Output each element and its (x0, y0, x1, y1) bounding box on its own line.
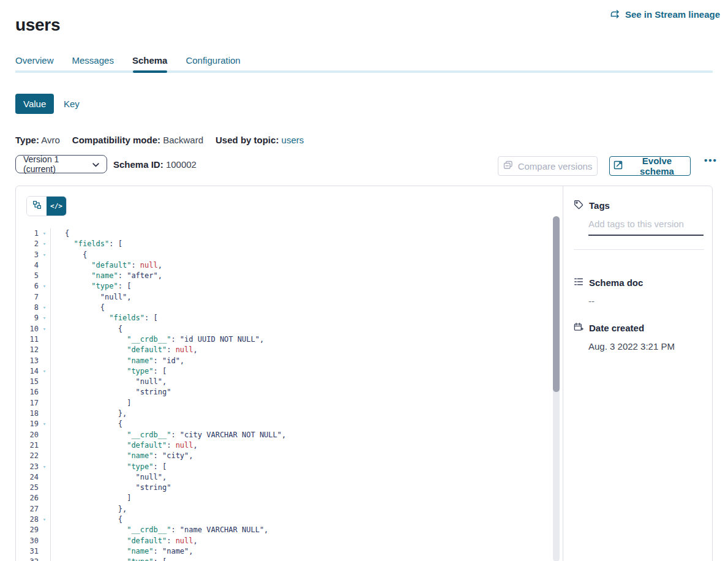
used-by-topic-field: Used by topic: users (216, 135, 304, 145)
code-line-text: "string" (51, 387, 171, 397)
editor-scrollbar-track[interactable] (553, 216, 560, 561)
code-line-text: { (51, 514, 122, 525)
fold-arrow-icon[interactable]: ▾ (39, 366, 51, 377)
line-number: 21 (17, 440, 39, 451)
code-line: 1▾{ (17, 228, 543, 239)
see-in-stream-lineage-link[interactable]: See in Stream lineage (610, 9, 720, 20)
used-by-topic-label: Used by topic: (216, 135, 279, 145)
line-number: 29 (17, 525, 39, 535)
type-value: Avro (41, 135, 60, 145)
version-dropdown[interactable]: Version 1 (current) (15, 155, 107, 173)
fold-arrow-icon[interactable]: ▾ (39, 239, 51, 249)
code-line-text: "name": "city", (51, 451, 193, 461)
fold-spacer (39, 536, 51, 546)
line-number: 13 (17, 356, 39, 366)
fold-arrow-icon[interactable]: ▾ (39, 228, 51, 239)
tags-heading: Tags (589, 200, 610, 211)
schema-id-field: Schema ID: 100002 (113, 159, 197, 170)
code-line: 20 "__crdb__": "city VARCHAR NOT NULL", (17, 430, 543, 440)
compatibility-value: Backward (163, 135, 203, 145)
more-actions-button[interactable]: ••• (700, 154, 721, 166)
fold-spacer (39, 472, 51, 483)
code-line: 31 "name": "name", (17, 546, 543, 557)
tags-input[interactable] (588, 219, 704, 236)
fold-arrow-icon[interactable]: ▾ (39, 281, 51, 292)
code-line-text: "name": "after", (51, 271, 162, 281)
fold-spacer (39, 398, 51, 409)
code-line: 32▾ "type": [ (17, 557, 543, 561)
topic-link[interactable]: users (282, 135, 304, 145)
code-line: 22 "name": "city", (17, 451, 543, 461)
tab-overview[interactable]: Overview (15, 55, 54, 66)
fold-arrow-icon[interactable]: ▾ (39, 313, 51, 323)
line-number: 16 (17, 387, 39, 397)
view-mode-toggle: </> (26, 196, 67, 216)
code-line-text: "type": [ (51, 366, 167, 377)
fold-arrow-icon[interactable]: ▾ (39, 324, 51, 334)
code-line: 9▾ "fields": [ (17, 313, 543, 323)
value-toggle-button[interactable]: Value (15, 94, 54, 114)
line-number: 15 (17, 377, 39, 387)
editor-scrollbar-thumb[interactable] (553, 216, 560, 392)
line-number: 24 (17, 472, 39, 483)
line-number: 22 (17, 451, 39, 461)
code-line-text: "type": [ (51, 462, 167, 472)
type-label: Type: (15, 135, 39, 145)
fold-spacer (39, 504, 51, 514)
tree-view-button[interactable] (27, 197, 47, 216)
code-line: 24 "null", (17, 472, 543, 483)
fold-spacer (39, 334, 51, 345)
code-line: 2▾ "fields": [ (17, 239, 543, 249)
code-line: 17 ] (17, 398, 543, 409)
line-number: 28 (17, 514, 39, 525)
tab-bar: Overview Messages Schema Configuration (15, 55, 241, 66)
line-number: 18 (17, 409, 39, 419)
fold-arrow-icon[interactable]: ▾ (39, 557, 51, 561)
line-number: 20 (17, 430, 39, 440)
edit-icon (614, 160, 623, 171)
fold-arrow-icon[interactable]: ▾ (39, 303, 51, 313)
code-line-text: "default": null, (51, 440, 198, 451)
tags-heading-row: Tags (574, 200, 704, 211)
code-line: 11 "__crdb__": "id UUID NOT NULL", (17, 334, 543, 345)
compare-versions-button[interactable]: Compare versions (498, 156, 598, 176)
code-line-text: "default": null, (51, 536, 198, 546)
calendar-plus-icon (574, 322, 584, 334)
code-line-text: { (51, 324, 122, 334)
line-number: 19 (17, 419, 39, 429)
date-created-heading-row: Date created (574, 322, 704, 334)
tab-schema[interactable]: Schema (132, 55, 168, 66)
line-number: 6 (17, 281, 39, 292)
evolve-schema-button[interactable]: Evolve schema (609, 156, 691, 176)
fold-spacer (39, 260, 51, 271)
evolve-schema-label: Evolve schema (628, 156, 686, 176)
code-line-text: "type": [ (51, 281, 131, 292)
line-number: 1 (17, 228, 39, 239)
fold-spacer (39, 546, 51, 557)
code-line-text: ] (51, 493, 131, 503)
line-number: 2 (17, 239, 39, 249)
code-line: 25 "string" (17, 483, 543, 493)
key-toggle-link[interactable]: Key (64, 99, 80, 109)
code-line: 5 "name": "after", (17, 271, 543, 281)
tab-underline-track (15, 70, 713, 73)
fold-spacer (39, 271, 51, 281)
fold-arrow-icon[interactable]: ▾ (39, 462, 51, 472)
code-line-text: }, (51, 504, 127, 514)
tab-messages[interactable]: Messages (72, 55, 114, 66)
schema-editor: </> 1▾{2▾ "fields": [3▾ {4 "default": nu… (16, 186, 563, 561)
schema-id-label: Schema ID: (113, 159, 163, 170)
code-view-button[interactable]: </> (47, 197, 66, 216)
tree-view-icon (32, 200, 42, 212)
code-view-icon: </> (50, 202, 62, 210)
line-number: 31 (17, 546, 39, 557)
code-line-text: "__crdb__": "id UUID NOT NULL", (51, 334, 264, 345)
code-line-text: }, (51, 409, 127, 419)
tab-configuration[interactable]: Configuration (186, 55, 240, 66)
fold-arrow-icon[interactable]: ▾ (39, 250, 51, 260)
compatibility-field: Compatibility mode: Backward (72, 135, 203, 145)
fold-arrow-icon[interactable]: ▾ (39, 419, 51, 429)
line-number: 9 (17, 313, 39, 323)
fold-arrow-icon[interactable]: ▾ (39, 514, 51, 525)
code-line-text: "name": "name", (51, 546, 193, 557)
